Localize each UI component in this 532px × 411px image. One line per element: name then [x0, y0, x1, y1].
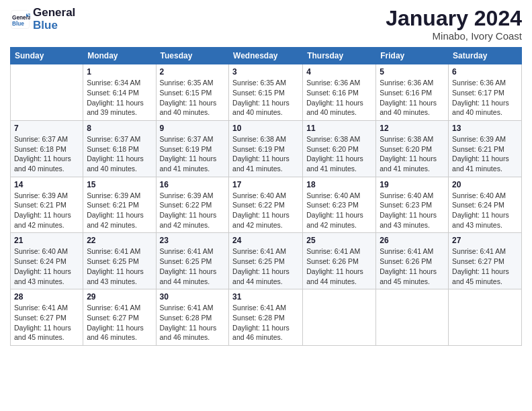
header-cell-friday: Friday	[376, 48, 449, 64]
day-info: Sunrise: 6:41 AM Sunset: 6:25 PM Dayligh…	[87, 246, 152, 286]
day-cell: 27Sunrise: 6:41 AM Sunset: 6:27 PM Dayli…	[449, 233, 522, 289]
day-cell: 12Sunrise: 6:38 AM Sunset: 6:20 PM Dayli…	[376, 120, 449, 177]
day-info: Sunrise: 6:40 AM Sunset: 6:23 PM Dayligh…	[380, 191, 445, 230]
day-number: 20	[452, 180, 518, 189]
day-cell: 2Sunrise: 6:35 AM Sunset: 6:15 PM Daylig…	[156, 64, 229, 121]
day-number: 13	[452, 124, 518, 133]
day-info: Sunrise: 6:37 AM Sunset: 6:18 PM Dayligh…	[14, 134, 79, 174]
week-row-1: 1Sunrise: 6:34 AM Sunset: 6:14 PM Daylig…	[11, 64, 522, 121]
day-cell: 8Sunrise: 6:37 AM Sunset: 6:18 PM Daylig…	[83, 120, 156, 177]
header-cell-saturday: Saturday	[449, 48, 522, 64]
day-cell: 3Sunrise: 6:35 AM Sunset: 6:15 PM Daylig…	[229, 64, 303, 121]
day-number: 25	[306, 236, 372, 245]
day-info: Sunrise: 6:38 AM Sunset: 6:20 PM Dayligh…	[306, 134, 372, 174]
day-cell: 22Sunrise: 6:41 AM Sunset: 6:25 PM Dayli…	[83, 233, 156, 289]
day-info: Sunrise: 6:39 AM Sunset: 6:21 PM Dayligh…	[87, 191, 152, 230]
day-info: Sunrise: 6:41 AM Sunset: 6:28 PM Dayligh…	[232, 303, 299, 342]
day-cell: 4Sunrise: 6:36 AM Sunset: 6:16 PM Daylig…	[303, 64, 376, 121]
day-info: Sunrise: 6:41 AM Sunset: 6:26 PM Dayligh…	[306, 246, 372, 286]
header-cell-sunday: Sunday	[11, 48, 83, 64]
calendar: SundayMondayTuesdayWednesdayThursdayFrid…	[10, 47, 522, 346]
day-info: Sunrise: 6:40 AM Sunset: 6:24 PM Dayligh…	[14, 246, 79, 286]
day-cell	[303, 289, 376, 346]
day-cell: 23Sunrise: 6:41 AM Sunset: 6:25 PM Dayli…	[156, 233, 229, 289]
day-info: Sunrise: 6:41 AM Sunset: 6:27 PM Dayligh…	[14, 303, 79, 342]
day-info: Sunrise: 6:39 AM Sunset: 6:21 PM Dayligh…	[14, 191, 79, 230]
page: General Blue General Blue January 2024 M…	[0, 0, 532, 411]
day-number: 17	[232, 180, 299, 189]
header-cell-tuesday: Tuesday	[156, 48, 229, 64]
day-number: 7	[14, 124, 79, 133]
day-number: 10	[232, 124, 299, 133]
day-number: 23	[160, 236, 226, 245]
week-row-3: 14Sunrise: 6:39 AM Sunset: 6:21 PM Dayli…	[11, 177, 522, 233]
logo: General Blue General Blue	[10, 7, 75, 32]
day-info: Sunrise: 6:41 AM Sunset: 6:27 PM Dayligh…	[452, 246, 518, 286]
day-number: 31	[232, 292, 299, 302]
day-number: 30	[160, 292, 226, 302]
day-number: 3	[232, 67, 299, 77]
week-row-2: 7Sunrise: 6:37 AM Sunset: 6:18 PM Daylig…	[11, 120, 522, 177]
header: General Blue General Blue January 2024 M…	[10, 7, 522, 42]
day-cell: 28Sunrise: 6:41 AM Sunset: 6:27 PM Dayli…	[11, 289, 83, 346]
day-info: Sunrise: 6:41 AM Sunset: 6:28 PM Dayligh…	[160, 303, 226, 342]
day-number: 21	[14, 236, 79, 245]
day-number: 9	[160, 124, 226, 133]
day-cell: 7Sunrise: 6:37 AM Sunset: 6:18 PM Daylig…	[11, 120, 83, 177]
day-info: Sunrise: 6:39 AM Sunset: 6:21 PM Dayligh…	[452, 134, 518, 174]
day-cell	[11, 64, 83, 121]
day-cell: 5Sunrise: 6:36 AM Sunset: 6:16 PM Daylig…	[376, 64, 449, 121]
day-number: 29	[87, 292, 152, 302]
subtitle: Minabo, Ivory Coast	[386, 30, 522, 42]
day-number: 16	[160, 180, 226, 189]
day-info: Sunrise: 6:37 AM Sunset: 6:18 PM Dayligh…	[87, 134, 152, 174]
day-info: Sunrise: 6:35 AM Sunset: 6:15 PM Dayligh…	[160, 78, 226, 118]
header-cell-monday: Monday	[83, 48, 156, 64]
day-number: 14	[14, 180, 79, 189]
day-number: 8	[87, 124, 152, 133]
header-cell-wednesday: Wednesday	[229, 48, 303, 64]
title-block: January 2024 Minabo, Ivory Coast	[386, 7, 522, 42]
day-info: Sunrise: 6:34 AM Sunset: 6:14 PM Dayligh…	[87, 78, 152, 118]
day-number: 5	[380, 67, 445, 77]
day-cell: 15Sunrise: 6:39 AM Sunset: 6:21 PM Dayli…	[83, 177, 156, 233]
day-cell: 17Sunrise: 6:40 AM Sunset: 6:22 PM Dayli…	[229, 177, 303, 233]
day-number: 2	[160, 67, 226, 77]
day-number: 4	[306, 67, 372, 77]
svg-text:Blue: Blue	[12, 21, 24, 27]
day-info: Sunrise: 6:35 AM Sunset: 6:15 PM Dayligh…	[232, 78, 299, 118]
day-cell: 16Sunrise: 6:39 AM Sunset: 6:22 PM Dayli…	[156, 177, 229, 233]
day-cell: 14Sunrise: 6:39 AM Sunset: 6:21 PM Dayli…	[11, 177, 83, 233]
day-number: 19	[380, 180, 445, 189]
day-cell: 13Sunrise: 6:39 AM Sunset: 6:21 PM Dayli…	[449, 120, 522, 177]
day-cell: 6Sunrise: 6:36 AM Sunset: 6:17 PM Daylig…	[449, 64, 522, 121]
day-cell: 19Sunrise: 6:40 AM Sunset: 6:23 PM Dayli…	[376, 177, 449, 233]
day-cell: 26Sunrise: 6:41 AM Sunset: 6:26 PM Dayli…	[376, 233, 449, 289]
day-cell: 29Sunrise: 6:41 AM Sunset: 6:27 PM Dayli…	[83, 289, 156, 346]
day-number: 1	[87, 67, 152, 77]
day-number: 12	[380, 124, 445, 133]
day-info: Sunrise: 6:38 AM Sunset: 6:19 PM Dayligh…	[232, 134, 299, 174]
logo-icon: General Blue	[10, 9, 30, 30]
day-cell	[449, 289, 522, 346]
day-cell: 18Sunrise: 6:40 AM Sunset: 6:23 PM Dayli…	[303, 177, 376, 233]
day-number: 15	[87, 180, 152, 189]
day-number: 24	[232, 236, 299, 245]
day-info: Sunrise: 6:41 AM Sunset: 6:26 PM Dayligh…	[380, 246, 445, 286]
logo-text: General Blue	[33, 7, 75, 32]
week-row-4: 21Sunrise: 6:40 AM Sunset: 6:24 PM Dayli…	[11, 233, 522, 289]
day-info: Sunrise: 6:36 AM Sunset: 6:16 PM Dayligh…	[306, 78, 372, 118]
day-cell: 20Sunrise: 6:40 AM Sunset: 6:24 PM Dayli…	[449, 177, 522, 233]
day-info: Sunrise: 6:39 AM Sunset: 6:22 PM Dayligh…	[160, 191, 226, 230]
day-info: Sunrise: 6:41 AM Sunset: 6:25 PM Dayligh…	[232, 246, 299, 286]
day-cell: 31Sunrise: 6:41 AM Sunset: 6:28 PM Dayli…	[229, 289, 303, 346]
day-cell: 10Sunrise: 6:38 AM Sunset: 6:19 PM Dayli…	[229, 120, 303, 177]
week-row-5: 28Sunrise: 6:41 AM Sunset: 6:27 PM Dayli…	[11, 289, 522, 346]
day-cell: 1Sunrise: 6:34 AM Sunset: 6:14 PM Daylig…	[83, 64, 156, 121]
day-number: 28	[14, 292, 79, 302]
month-title: January 2024	[386, 7, 522, 30]
day-number: 27	[452, 236, 518, 245]
day-cell: 24Sunrise: 6:41 AM Sunset: 6:25 PM Dayli…	[229, 233, 303, 289]
day-cell: 11Sunrise: 6:38 AM Sunset: 6:20 PM Dayli…	[303, 120, 376, 177]
day-info: Sunrise: 6:40 AM Sunset: 6:24 PM Dayligh…	[452, 191, 518, 230]
